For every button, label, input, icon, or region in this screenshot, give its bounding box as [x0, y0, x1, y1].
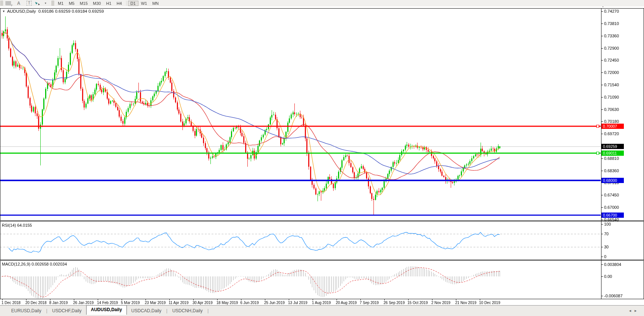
date-label: 1 Aug 2019	[312, 301, 331, 305]
symbol-menu-icon[interactable]: ▼	[2, 10, 5, 13]
chart-tab-audusd[interactable]: AUDUSD,Daily	[86, 305, 127, 315]
price-line-flag[interactable]: 0.66700	[601, 213, 624, 218]
rsi-label: RSI(14) 64.0155	[2, 223, 32, 227]
price-line-flag[interactable]: 0.69011	[601, 151, 624, 156]
date-label: 13 Jul 2019	[288, 301, 307, 305]
mt4-window: F A T ▾ M1M5M15M30H1H4D1W1MN ▼AUDUSD,Dai…	[0, 0, 644, 316]
tab-separator: |	[207, 308, 209, 313]
date-label: 20 Aug 2019	[336, 301, 357, 305]
timeframe-button-m15[interactable]: M15	[77, 1, 90, 6]
date-label: 10 Dec 2019	[479, 301, 500, 305]
rsi-tick-label: 30	[604, 245, 609, 249]
current-price-flag: 0.69259	[601, 144, 624, 149]
price-tick-label: 0.71540	[604, 83, 619, 87]
date-label: 14 Feb 2019	[97, 301, 118, 305]
toolbar-drag-handle[interactable]	[51, 1, 54, 6]
tabs-scroll-left-icon[interactable]: ◄	[628, 309, 634, 313]
date-label: 6 Jun 2019	[240, 301, 259, 305]
price-tick-label: 0.70180	[604, 119, 619, 124]
text-label-icon[interactable]: A	[15, 0, 22, 6]
chart-tab-bar: EURUSD,Daily|USDCHF,DailyAUDUSD,DailyUSD…	[0, 305, 644, 316]
date-label: 1 Dec 2018	[1, 301, 21, 305]
macd-tick-label: 0.00	[604, 274, 612, 279]
price-tick-label: 0.68360	[604, 168, 619, 173]
toolbar-drag-handle[interactable]	[0, 1, 3, 6]
date-label: 11 Apr 2019	[169, 301, 188, 305]
chart-tab-usdchf[interactable]: USDCHF,Daily	[48, 306, 86, 315]
timeframe-button-d1[interactable]: D1	[128, 1, 138, 6]
date-label: 18 May 2019	[216, 301, 238, 305]
timeframe-button-m5[interactable]: M5	[66, 1, 77, 6]
date-label: 23 Mar 2019	[145, 301, 166, 305]
timeframe-button-m1[interactable]: M1	[55, 1, 66, 6]
date-label: 5 Mar 2019	[121, 301, 140, 305]
price-tick-label: 0.69720	[604, 131, 619, 136]
price-tick-label: 0.73810	[604, 21, 619, 26]
price-tick-label: 0.72900	[604, 46, 619, 50]
macd-label: MACD(12,26,9) 0.002658 0.002034	[2, 262, 67, 266]
timeframe-button-w1[interactable]: W1	[138, 1, 150, 6]
price-line-flag[interactable]: 0.68000	[601, 178, 624, 183]
timeframe-button-h1[interactable]: H1	[103, 1, 114, 6]
draw-arrows-icon[interactable]	[34, 0, 41, 6]
date-label: 25 Jun 2019	[264, 301, 285, 305]
timeframe-button-m30[interactable]: M30	[90, 1, 103, 6]
tabs-scroll-right-icon[interactable]: ►	[634, 309, 640, 313]
date-label: 2 Nov 2019	[431, 301, 450, 305]
rsi-tick-label: 0	[604, 254, 606, 259]
date-label: 26 Sep 2019	[384, 301, 405, 305]
macd-tick-label: 0.003804	[604, 262, 621, 267]
price-tick-label: 0.67450	[604, 193, 619, 197]
chart-title: ▼AUDUSD,Daily 0.69186 0.69259 0.69184 0.…	[2, 9, 104, 13]
date-label: 21 Nov 2019	[455, 301, 476, 305]
chart-canvas[interactable]	[0, 0, 644, 316]
chart-ohlc-values: 0.69186 0.69259 0.69184 0.69259	[38, 9, 104, 13]
timeframe-button-mn[interactable]: MN	[150, 1, 161, 6]
price-tick-label: 0.66540	[604, 217, 619, 222]
price-tick-label: 0.71090	[604, 95, 619, 99]
price-line-flag[interactable]: 0.70007	[601, 124, 624, 129]
price-tick-label: 0.67000	[604, 205, 619, 210]
price-tick-label: 0.74270	[604, 9, 619, 13]
tab-list: EURUSD,Daily|USDCHF,DailyAUDUSD,DailyUSD…	[7, 306, 209, 315]
timeframe-button-h4[interactable]: H4	[114, 1, 125, 6]
price-tick-label: 0.70630	[604, 107, 619, 112]
date-label: 20 Dec 2018	[25, 301, 47, 305]
rsi-tick-label: 70	[604, 232, 609, 236]
price-tick-label: 0.72000	[604, 70, 619, 75]
date-label: 15 Oct 2019	[407, 301, 428, 305]
date-label: 30 Apr 2019	[193, 301, 213, 305]
macd-values: 0.002658 0.002034	[31, 262, 67, 266]
date-label: 8 Jan 2019	[49, 301, 68, 305]
text-tool-icon[interactable]: T	[25, 0, 34, 6]
rsi-value: 64.0155	[17, 223, 32, 227]
arrows-glyph	[34, 1, 41, 6]
chart-symbol: AUDUSD,Daily	[7, 9, 36, 13]
chart-tab-usdcad[interactable]: USDCAD,Daily	[127, 306, 166, 315]
chart-tab-eurusd[interactable]: EURUSD,Daily	[7, 306, 46, 315]
macd-tick-label: -0.006087	[604, 294, 623, 298]
toolbar: F A T ▾ M1M5M15M30H1H4D1W1MN	[0, 0, 644, 6]
date-label: 7 Sep 2019	[360, 301, 379, 305]
rsi-tick-label: 100	[604, 222, 611, 226]
dropdown-caret-icon[interactable]: ▾	[42, 0, 49, 6]
price-tick-label: 0.72450	[604, 58, 619, 62]
price-tick-label: 0.73360	[604, 34, 619, 38]
price-tick-label: 0.68810	[604, 156, 619, 161]
timeframe-buttons: M1M5M15M30H1H4D1W1MN	[55, 1, 161, 6]
date-label: 26 Jan 2019	[73, 301, 94, 305]
chart-tab-usdcnh[interactable]: USDCNH,Daily	[168, 306, 207, 315]
grid-icon[interactable]: F	[4, 0, 13, 6]
